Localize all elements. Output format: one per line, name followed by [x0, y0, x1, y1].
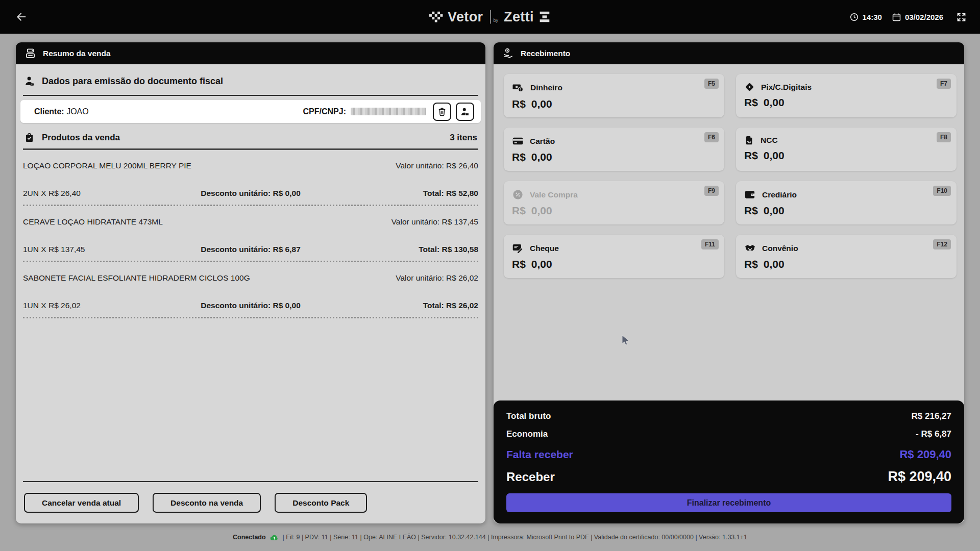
- fullscreen-button[interactable]: [954, 10, 969, 24]
- receber-value: R$ 209,40: [888, 469, 951, 485]
- hand-coin-icon: [502, 47, 514, 59]
- dotted-divider: [23, 261, 478, 262]
- panel-title: Recebimento: [521, 49, 570, 58]
- payment-method-value: R$0,00: [512, 205, 716, 217]
- brand-logo: Vetor by Zetti: [429, 9, 551, 25]
- person-badge-icon: [24, 76, 35, 87]
- topbar-right: 14:30 03/02/2026: [844, 10, 969, 24]
- product-quantity: 1UN X R$ 26,02: [23, 301, 201, 310]
- product-unit-price: Valor unitário: R$ 26,40: [396, 161, 478, 170]
- date-display: 03/02/2026: [905, 13, 943, 21]
- divider: [23, 95, 478, 96]
- payment-method-cheque[interactable]: F11ChequeR$0,00: [504, 235, 724, 278]
- edit-client-button[interactable]: [456, 103, 474, 121]
- document-icon: [744, 135, 754, 145]
- product-name: SABONETE FACIAL ESFOLIANTE HIDRADERM CIC…: [23, 273, 250, 283]
- payment-method-cartao[interactable]: F6CartãoR$0,00: [504, 128, 724, 171]
- payment-panel: Recebimento F5DinheiroR$0,00F7Pix/C.Digi…: [494, 42, 964, 523]
- product-total: Total: R$ 26,02: [423, 301, 478, 310]
- product-item: SABONETE FACIAL ESFOLIANTE HIDRADERM CIC…: [23, 273, 478, 318]
- fkey-badge: F11: [701, 239, 719, 249]
- fkey-badge: F9: [704, 186, 719, 196]
- cpf-cnpj-redacted: [351, 108, 426, 115]
- product-name: LOÇAO CORPORAL MELU 200ML BERRY PIE: [23, 161, 191, 170]
- payment-method-vale-compra: F9Vale CompraR$0,00: [504, 181, 724, 224]
- cash-icon: [512, 82, 524, 94]
- payment-method-label: NCC: [761, 136, 778, 145]
- product-unit-price: Valor unitário: R$ 137,45: [391, 217, 478, 227]
- dotted-divider: [23, 205, 478, 206]
- payment-method-value: R$0,00: [512, 151, 716, 163]
- fiscal-data-row: Dados para emissão do documento fiscal: [24, 76, 477, 87]
- product-discount: Desconto unitário: R$ 6,87: [201, 245, 301, 254]
- sale-summary-header: Resumo da venda: [16, 42, 485, 64]
- percent-icon: [512, 189, 524, 201]
- products-section-title: Produtos da venda: [42, 133, 120, 143]
- trash-icon: [437, 107, 447, 117]
- product-quantity: 1UN X R$ 137,45: [23, 245, 201, 254]
- fkey-badge: F10: [933, 186, 951, 196]
- payment-method-label: Cartão: [530, 137, 555, 146]
- payment-method-crediario[interactable]: F10CrediárioR$0,00: [736, 181, 957, 224]
- brand-divider: [490, 10, 491, 24]
- client-name: JOAO: [66, 107, 89, 116]
- payment-method-value: R$0,00: [744, 205, 948, 217]
- pix-icon: [744, 82, 755, 92]
- product-discount: Desconto unitário: R$ 0,00: [201, 301, 301, 310]
- brand-suffix: Zetti: [504, 9, 534, 25]
- status-bar: Conectado | Fil: 9 | PDV: 11 | Série: 11…: [0, 523, 980, 551]
- product-quantity: 2UN X R$ 26,40: [23, 189, 201, 198]
- payment-method-label: Pix/C.Digitais: [761, 83, 812, 92]
- brand-by: by: [494, 18, 499, 23]
- payment-method-label: Crediário: [762, 190, 797, 199]
- payment-method-value: R$0,00: [744, 96, 948, 109]
- economia-label: Economia: [506, 429, 548, 439]
- payment-method-value: R$0,00: [512, 98, 716, 110]
- person-card-icon: [460, 107, 470, 117]
- calendar-icon: [892, 12, 901, 22]
- fkey-badge: F8: [937, 132, 951, 142]
- falta-receber-row: Falta receber R$ 209,40: [506, 448, 951, 461]
- time-display: 14:30: [863, 13, 882, 21]
- receber-label: Receber: [506, 470, 555, 484]
- dotted-divider: [23, 317, 478, 318]
- brand-heart-icon: [429, 11, 443, 22]
- cash-register-icon: [24, 47, 36, 59]
- payment-methods-grid: F5DinheiroR$0,00F7Pix/C.DigitaisR$0,00F6…: [504, 74, 957, 278]
- brand-name: Vetor: [448, 9, 483, 25]
- product-name: CERAVE LOÇAO HIDRATANTE 473ML: [23, 217, 163, 227]
- total-bruto-value: R$ 216,27: [912, 411, 951, 421]
- payment-method-convenio[interactable]: F12ConvênioR$0,00: [736, 235, 957, 278]
- divider: [23, 481, 478, 482]
- sale-actions-group: Cancelar venda atualDesconto na vendaDes…: [23, 481, 478, 523]
- clock-icon: [849, 12, 859, 22]
- brand-z-icon: [538, 12, 551, 22]
- handshake-icon: [744, 242, 756, 254]
- sale-summary-body: Dados para emissão do documento fiscal C…: [16, 64, 485, 523]
- cheque-icon: [512, 242, 524, 254]
- payment-method-value: R$0,00: [512, 258, 716, 270]
- payment-method-ncc[interactable]: F8NCCR$0,00: [736, 128, 957, 171]
- status-info: | Fil: 9 | PDV: 11 | Série: 11 | Ope: AL…: [283, 534, 747, 541]
- card-icon: [512, 135, 524, 147]
- product-total: Total: R$ 130,58: [419, 245, 478, 254]
- desconto-na-venda-button[interactable]: Desconto na venda: [153, 493, 261, 513]
- fkey-badge: F6: [704, 132, 719, 142]
- finalize-payment-button[interactable]: Finalizar recebimento: [506, 493, 951, 512]
- payment-method-dinheiro[interactable]: F5DinheiroR$0,00: [504, 74, 724, 117]
- cancelar-venda-atual-button[interactable]: Cancelar venda atual: [24, 493, 139, 513]
- product-item: LOÇAO CORPORAL MELU 200ML BERRY PIEValor…: [23, 161, 478, 206]
- desconto-pack-button[interactable]: Desconto Pack: [275, 493, 367, 513]
- client-info: Cliente: JOAO: [34, 107, 89, 116]
- back-button[interactable]: [11, 7, 31, 27]
- total-bruto-label: Total bruto: [506, 411, 551, 421]
- fkey-badge: F5: [704, 79, 719, 89]
- remove-client-button[interactable]: [433, 103, 451, 121]
- total-bruto-row: Total bruto R$ 216,27: [506, 411, 951, 421]
- payment-method-label: Cheque: [530, 244, 559, 253]
- economia-value: - R$ 6,87: [916, 429, 951, 439]
- payment-body: F5DinheiroR$0,00F7Pix/C.DigitaisR$0,00F6…: [494, 64, 964, 400]
- items-count: 3 itens: [450, 133, 477, 143]
- payment-method-pix-c-digitais[interactable]: F7Pix/C.DigitaisR$0,00: [736, 74, 957, 117]
- product-item: CERAVE LOÇAO HIDRATANTE 473MLValor unitá…: [23, 217, 478, 262]
